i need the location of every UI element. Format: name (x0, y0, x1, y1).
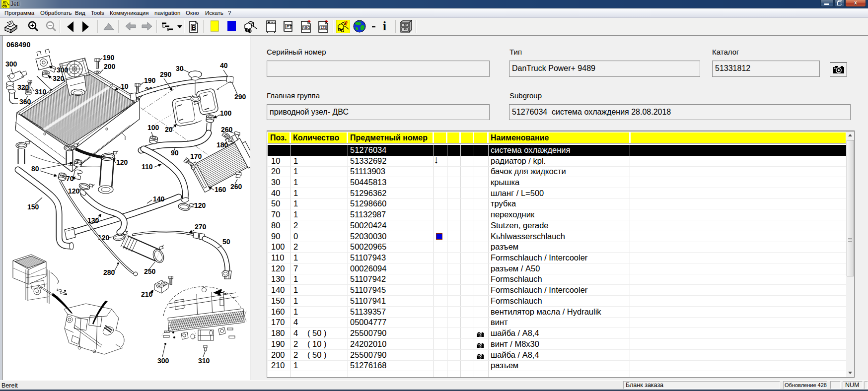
svg-text:068490: 068490 (6, 41, 31, 49)
svg-text:200: 200 (104, 63, 116, 70)
svg-text:310: 310 (35, 88, 47, 96)
svg-text:130: 130 (87, 216, 99, 224)
svg-text:290: 290 (234, 93, 246, 101)
svg-text:10: 10 (121, 82, 129, 90)
svg-text:110: 110 (142, 163, 153, 171)
svg-text:50: 50 (222, 238, 230, 246)
svg-text:70: 70 (66, 175, 74, 183)
svg-text:B: B (192, 24, 196, 31)
svg-text:90: 90 (171, 149, 179, 157)
svg-text:ET: ET (287, 24, 292, 29)
svg-text:120: 120 (194, 201, 206, 209)
svg-text:300: 300 (57, 66, 69, 74)
svg-text:260: 260 (230, 183, 242, 191)
svg-text:280: 280 (103, 268, 115, 276)
svg-text:160: 160 (215, 186, 226, 194)
svg-text:123: 123 (320, 26, 326, 29)
svg-text:40: 40 (220, 62, 228, 69)
svg-text:300: 300 (157, 357, 169, 365)
svg-text:310: 310 (198, 357, 210, 365)
svg-text:120: 120 (116, 158, 128, 166)
svg-text:150: 150 (27, 203, 39, 211)
svg-text:300: 300 (5, 60, 17, 68)
svg-text:170: 170 (190, 152, 202, 160)
svg-text:100: 100 (147, 124, 159, 131)
svg-text:140: 140 (153, 195, 165, 203)
svg-text:360: 360 (19, 98, 31, 106)
svg-text:20: 20 (165, 126, 173, 133)
svg-text:ABC: ABC (303, 26, 310, 29)
svg-text:120: 120 (68, 187, 80, 195)
svg-text:80: 80 (31, 165, 39, 173)
svg-text:270: 270 (195, 223, 207, 231)
svg-text:190: 190 (103, 54, 115, 62)
svg-text:30: 30 (176, 65, 184, 72)
svg-text:100: 100 (220, 109, 232, 117)
svg-text:190: 190 (144, 76, 156, 84)
svg-text:320: 320 (53, 74, 65, 82)
svg-text:290: 290 (160, 70, 172, 78)
